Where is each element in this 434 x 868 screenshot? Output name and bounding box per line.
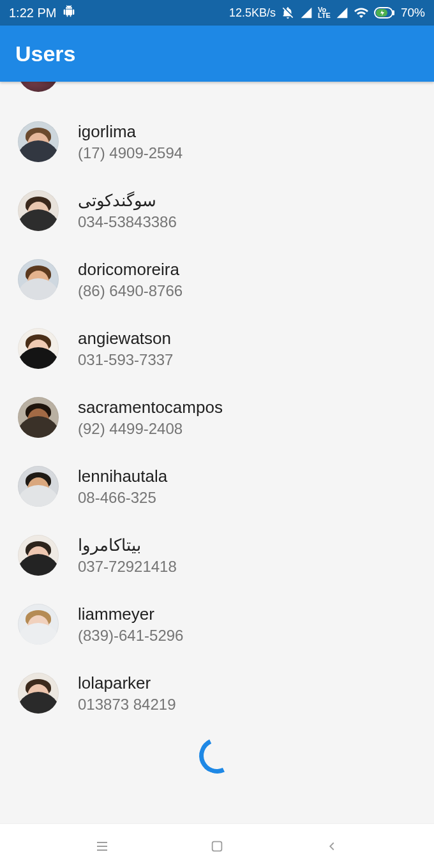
battery-percent: 70% <box>401 6 425 20</box>
user-info: lennihautala 08-466-325 <box>78 467 167 507</box>
wifi-icon <box>354 5 369 20</box>
list-item[interactable]: سوگندکوتی 034-53843386 <box>0 176 434 245</box>
content-scroll[interactable]: igorlima (17) 4909-2594 سوگندکوتی 034-53… <box>0 82 434 823</box>
user-list: igorlima (17) 4909-2594 سوگندکوتی 034-53… <box>0 82 434 728</box>
avatar <box>18 259 59 300</box>
home-button[interactable] <box>204 834 230 859</box>
list-item[interactable]: lennihautala 08-466-325 <box>0 452 434 521</box>
user-name: doricomoreira <box>78 260 183 280</box>
avatar <box>18 673 59 714</box>
avatar <box>18 535 59 576</box>
clock: 1:22 PM <box>9 6 56 20</box>
loading-indicator <box>0 728 434 779</box>
avatar <box>18 190 59 231</box>
avatar <box>18 604 59 645</box>
user-phone: 034-53843386 <box>78 213 177 231</box>
status-bar: 1:22 PM 12.5KB/s VoLTE 70% <box>0 0 434 26</box>
list-item[interactable]: sacramentocampos (92) 4499-2408 <box>0 383 434 452</box>
signal-icon <box>300 6 313 19</box>
user-phone: (92) 4499-2408 <box>78 420 223 438</box>
user-name: igorlima <box>78 122 183 142</box>
volte-icon: VoLTE <box>318 7 331 19</box>
android-head-icon <box>63 5 75 21</box>
avatar <box>18 328 59 369</box>
user-info: lolaparker 013873 84219 <box>78 673 176 714</box>
list-item[interactable]: angiewatson 031-593-7337 <box>0 314 434 383</box>
net-speed: 12.5KB/s <box>229 6 276 20</box>
signal-icon-2 <box>336 6 348 19</box>
user-phone: (86) 6490-8766 <box>78 282 183 300</box>
user-info: بیتاکامروا 037-72921418 <box>78 535 177 576</box>
vibrate-off-icon <box>281 6 295 20</box>
user-info: angiewatson 031-593-7337 <box>78 329 173 369</box>
spinner-icon <box>194 733 240 779</box>
recent-apps-button[interactable] <box>89 834 115 859</box>
user-phone: 037-72921418 <box>78 558 177 576</box>
user-phone: (17) 4909-2594 <box>78 144 183 162</box>
user-phone: 031-593-7337 <box>78 351 173 369</box>
battery-icon <box>374 6 396 19</box>
user-name: lolaparker <box>78 673 176 693</box>
user-info: igorlima (17) 4909-2594 <box>78 122 183 162</box>
list-item[interactable]: بیتاکامروا 037-72921418 <box>0 521 434 590</box>
list-item[interactable]: igorlima (17) 4909-2594 <box>0 107 434 176</box>
user-info: liammeyer (839)-641-5296 <box>78 604 183 645</box>
user-info: doricomoreira (86) 6490-8766 <box>78 260 183 300</box>
avatar <box>18 121 59 162</box>
list-item[interactable]: lolaparker 013873 84219 <box>0 659 434 728</box>
status-left: 1:22 PM <box>9 5 75 21</box>
user-name: سوگندکوتی <box>78 191 177 211</box>
list-item[interactable]: doricomoreira (86) 6490-8766 <box>0 245 434 314</box>
user-name: angiewatson <box>78 329 173 348</box>
user-phone: 08-466-325 <box>78 489 167 507</box>
back-button[interactable] <box>319 834 345 859</box>
app-bar: Users <box>0 26 434 82</box>
user-name: sacramentocampos <box>78 398 223 417</box>
system-nav-bar <box>0 823 434 868</box>
user-info: sacramentocampos (92) 4499-2408 <box>78 398 223 438</box>
avatar <box>18 397 59 438</box>
svg-rect-1 <box>393 10 394 15</box>
user-phone: (839)-641-5296 <box>78 627 183 645</box>
avatar <box>18 466 59 507</box>
status-right: 12.5KB/s VoLTE 70% <box>229 5 425 20</box>
svg-rect-6 <box>213 841 222 851</box>
user-name: liammeyer <box>78 604 183 624</box>
page-title: Users <box>15 41 76 66</box>
list-item[interactable]: liammeyer (839)-641-5296 <box>0 590 434 659</box>
user-name: lennihautala <box>78 467 167 486</box>
user-info: سوگندکوتی 034-53843386 <box>78 191 177 231</box>
user-name: بیتاکامروا <box>78 535 177 555</box>
user-phone: 013873 84219 <box>78 696 176 714</box>
